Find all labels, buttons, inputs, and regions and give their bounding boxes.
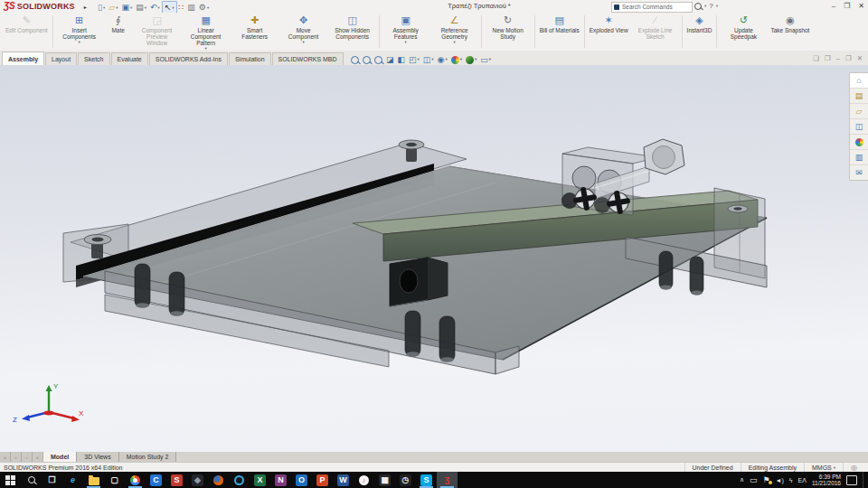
graphics-area[interactable]: ⌂ ▤ ▱ ◫ ▥ ✉ Y X Z <box>0 65 868 452</box>
caret-icon[interactable]: ▾ <box>302 40 304 44</box>
taskbar-firefox[interactable] <box>208 472 229 488</box>
taskbar-calculator[interactable]: ▦ <box>374 472 395 488</box>
print-button[interactable]: ▤▾ <box>134 2 148 13</box>
file-explorer-tab[interactable]: ▱ <box>850 104 868 119</box>
exploded-view-button[interactable]: ✶Exploded View <box>587 13 631 51</box>
view-orientation-button[interactable]: ◰▾ <box>409 54 420 65</box>
custom-properties-tab[interactable]: ▥ <box>850 150 868 165</box>
action-center-icon[interactable] <box>846 475 857 485</box>
appearances-tab[interactable] <box>850 135 868 150</box>
caret-icon[interactable]: ▾ <box>130 5 132 10</box>
caret-icon[interactable]: ▾ <box>404 40 406 44</box>
taskbar-dark-app[interactable]: ◆ <box>187 472 208 488</box>
options-button[interactable]: ⚙▾ <box>197 2 211 13</box>
design-library-tab[interactable]: ▤ <box>850 89 868 104</box>
section-view-button[interactable]: ◪ <box>386 54 394 65</box>
tray-display-icon[interactable]: ▭ <box>750 475 758 484</box>
caret-icon[interactable]: ▾ <box>172 5 174 10</box>
new-button[interactable]: ▯▾ <box>96 2 107 13</box>
taskbar-powerpoint[interactable]: P <box>312 472 333 488</box>
doc-restore-button[interactable]: ❐ <box>845 54 852 62</box>
tab-scroll-last-button[interactable]: » <box>33 452 43 462</box>
search-icon[interactable] <box>694 3 702 10</box>
taskbar-search-button[interactable] <box>21 472 42 488</box>
display-style-button[interactable]: ◫▾ <box>423 54 434 65</box>
restore-button[interactable]: ❐ <box>844 2 850 10</box>
doc-minimize-button[interactable]: – <box>836 54 840 62</box>
tab-assembly[interactable]: Assembly <box>2 52 44 65</box>
select-button[interactable]: ↖▾ <box>162 1 177 14</box>
open-button[interactable]: ▱▾ <box>107 2 119 13</box>
tab-solidworks-mbd[interactable]: SOLIDWORKS MBD <box>272 52 344 65</box>
edit-appearance-button[interactable]: ▾ <box>451 54 462 65</box>
view-settings-button[interactable]: ▭▾ <box>480 54 491 65</box>
caret-icon[interactable]: ▾ <box>475 54 476 65</box>
taskbar-task-view-button[interactable]: ❐ <box>42 472 62 488</box>
tray-volume-icon[interactable]: ◄) <box>776 477 784 483</box>
tab-simulation[interactable]: Simulation <box>229 52 271 65</box>
explode-line-sketch-button[interactable]: ∕Explode Line Sketch <box>631 13 680 51</box>
taskbar-alarms[interactable]: ◷ <box>395 472 416 488</box>
taskbar-edge[interactable]: e <box>62 472 83 488</box>
undo-button[interactable]: ↶▾ <box>148 2 162 13</box>
menu-flyout-arrow-icon[interactable]: ▸ <box>84 4 87 10</box>
tab-scroll-first-button[interactable]: « <box>0 452 11 462</box>
new-motion-study-button[interactable]: ↻New Motion Study <box>484 13 533 51</box>
edit-component-button[interactable]: ✎Edit Component <box>3 13 51 51</box>
taskbar-chrome[interactable] <box>125 472 146 488</box>
tray-connector-icon[interactable]: ϟ <box>789 477 793 483</box>
status-tag-icon[interactable]: ◎ <box>851 464 857 472</box>
show-desktop-button[interactable] <box>863 472 866 488</box>
taskbar-solidworks[interactable]: Ʒ <box>437 472 458 488</box>
taskbar-red-app[interactable]: S <box>166 472 187 488</box>
tab-motion-study-2[interactable]: Motion Study 2 <box>119 452 177 462</box>
taskbar-c-app[interactable]: C <box>146 472 166 488</box>
zoom-to-area-button[interactable] <box>363 56 371 64</box>
move-component-button[interactable]: ✥Move Component▾ <box>279 13 328 51</box>
tray-clock[interactable]: 6:39 PM 11/21/2016 <box>812 474 841 487</box>
previous-view-button[interactable] <box>374 56 382 64</box>
taskbar-word[interactable]: W <box>333 472 354 488</box>
reference-geometry-button[interactable]: ∠Reference Geometry▾ <box>430 13 479 51</box>
tray-language-indicator[interactable]: EΛ <box>798 477 807 483</box>
action-center-flag-icon[interactable]: ⚑ <box>763 475 770 484</box>
tab-sketch[interactable]: Sketch <box>78 52 109 65</box>
show-hidden-components-button[interactable]: ◫Show Hidden Components <box>328 13 377 51</box>
caret-icon[interactable]: ▾ <box>460 54 462 65</box>
help-button[interactable]: ? <box>709 2 712 10</box>
caret-icon[interactable]: ▾ <box>103 5 105 10</box>
taskbar-skype[interactable]: S <box>416 472 437 488</box>
tab-scroll-prev-button[interactable]: ‹ <box>11 452 22 462</box>
hide-show-items-button[interactable]: ◉▾ <box>438 54 448 65</box>
smart-fasteners-button[interactable]: ✚Smart Fasteners <box>231 13 279 51</box>
tab-scroll-next-button[interactable]: › <box>22 452 33 462</box>
taskbar-file-explorer[interactable] <box>83 472 104 488</box>
caret-icon[interactable]: ▾ <box>704 4 706 8</box>
annotation-views-button[interactable]: ◧ <box>398 54 406 65</box>
tab-solidworks-add-ins[interactable]: SOLIDWORKS Add-Ins <box>149 52 228 65</box>
rebuild-button[interactable]: ∷ <box>177 2 186 13</box>
mate-button[interactable]: ∮Mate <box>104 13 133 51</box>
tray-overflow-chevron-icon[interactable]: ∧ <box>740 476 744 483</box>
caret-icon[interactable]: ▾ <box>716 4 718 8</box>
caret-icon[interactable]: ▾ <box>145 5 146 10</box>
taskbar-outlook[interactable]: O <box>291 472 312 488</box>
units-selector[interactable]: MMGS▾ <box>804 463 843 472</box>
doc-new-window-button[interactable]: ❏ <box>813 54 819 62</box>
file-properties-button[interactable]: ▥ <box>185 2 197 13</box>
tab-evaluate[interactable]: Evaluate <box>111 52 148 65</box>
caret-icon[interactable]: ▾ <box>207 5 209 10</box>
drill-table-assembly-model[interactable] <box>0 65 868 452</box>
component-preview-window-button[interactable]: ◲Component Preview Window <box>133 13 182 51</box>
taskbar-excel[interactable]: X <box>250 472 270 488</box>
taskbar-itunes[interactable]: ♪ <box>354 472 374 488</box>
zoom-to-fit-button[interactable] <box>351 56 359 64</box>
update-speedpak-button[interactable]: ↺Update Speedpak <box>719 13 768 51</box>
instant3d-button[interactable]: ◈Instant3D <box>684 13 715 51</box>
assembly-features-button[interactable]: ▣Assembly Features▾ <box>382 13 430 51</box>
caret-icon[interactable]: ▾ <box>158 5 160 10</box>
search-commands-box[interactable]: Search Commands <box>611 2 693 13</box>
caret-icon[interactable]: ▾ <box>116 5 118 10</box>
caret-icon[interactable]: ▾ <box>453 40 455 44</box>
close-button[interactable]: ✕ <box>858 2 864 10</box>
